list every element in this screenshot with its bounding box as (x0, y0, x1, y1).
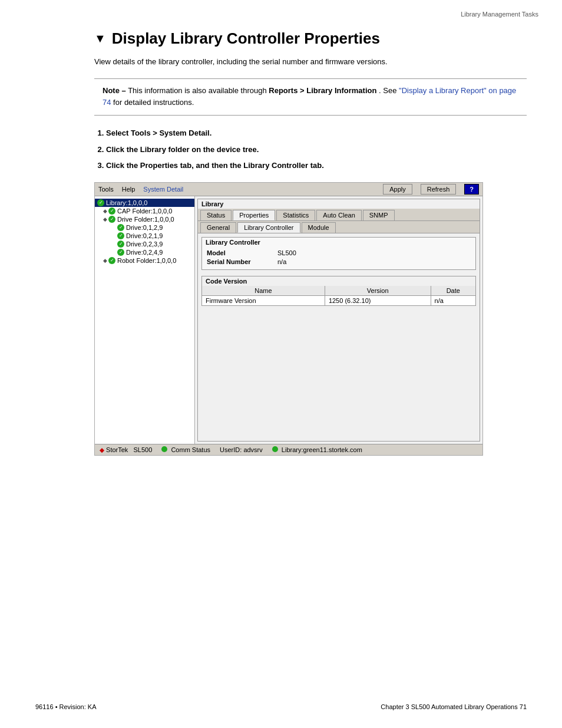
panel-group: Library Status Properties Statistics Aut… (197, 199, 480, 442)
col-date: Date (431, 286, 475, 296)
tree-item-drive4[interactable]: Drive:0,2,4,9 (95, 248, 194, 256)
brand-label: StorTek (106, 446, 128, 453)
library-label: Library:green11.stortek.com (282, 446, 362, 453)
comm-label: Comm Status (171, 446, 210, 453)
footer-right: Chapter 3 SL500 Automated Library Operat… (381, 703, 527, 710)
steps-list: Select Tools > System Detail. Click the … (94, 127, 527, 172)
library-controller-title: Library Controller (202, 238, 475, 247)
status-icon-drive3 (117, 241, 124, 248)
col-name: Name (202, 286, 325, 296)
app-statusbar: ◆ StorTek SL500 Comm Status UserID: advs… (95, 444, 482, 455)
serial-value: n/a (277, 258, 286, 265)
comm-green-icon (161, 446, 167, 452)
section-description: View details of the library controller, … (94, 56, 527, 68)
expand-drive-folder: ◆ (103, 216, 107, 222)
section-title-row: ▼ Display Library Controller Properties (94, 29, 527, 48)
apply-button[interactable]: Apply (383, 184, 412, 195)
tree-item-drive-folder[interactable]: ◆ Drive Folder:1,0,0,0 (95, 215, 194, 223)
content-area: ▼ Display Library Controller Properties … (0, 18, 562, 479)
expand-robot: ◆ (103, 258, 107, 263)
tree-label-drive1: Drive:0,1,2,9 (126, 224, 163, 231)
status-icon-library (97, 199, 104, 206)
code-version-table: Name Version Date Firmware Version (202, 286, 475, 305)
library-green-icon (272, 446, 278, 452)
model-label-status: SL500 (134, 446, 153, 453)
library-info: Library:green11.stortek.com (272, 446, 362, 453)
col-version: Version (325, 286, 431, 296)
app-window: Tools Help System Detail Apply Refresh ?… (94, 182, 483, 456)
status-icon-cap (108, 207, 115, 215)
tree-item-library[interactable]: Library:1,0,0,0 (95, 199, 194, 207)
model-value: SL500 (277, 249, 296, 256)
tree-label-drive3: Drive:0,2,3,9 (126, 241, 163, 248)
help-button[interactable]: ? (464, 184, 479, 195)
app-menubar: Tools Help System Detail Apply Refresh ? (95, 183, 482, 196)
cv-row-1: Firmware Version 1250 (6.32.10) n/a (202, 295, 475, 305)
sub-tab-row: General Library Controller Module (198, 221, 480, 233)
section-heading: Display Library Controller Properties (112, 29, 380, 48)
code-version-section: Code Version Name Version Date (201, 276, 476, 306)
status-icon-drive4 (117, 249, 124, 256)
tree-item-robot[interactable]: ◆ Robot Folder:1,0,0,0 (95, 256, 194, 265)
serial-label: Serial Number (207, 258, 277, 265)
page-footer: 96116 • Revision: KA Chapter 3 SL500 Aut… (0, 703, 562, 710)
status-icon-drive1 (117, 224, 124, 231)
menu-help[interactable]: Help (122, 186, 135, 193)
app-body: Library:1,0,0,0 ◆ CAP Folder:1,0,0,0 ◆ D… (95, 196, 482, 444)
tab-autoclean[interactable]: Auto Clean (316, 210, 361, 220)
status-icon-robot (108, 257, 115, 264)
note-box: Note – This information is also availabl… (94, 78, 527, 116)
tab-row: Status Properties Statistics Auto Clean … (198, 209, 480, 221)
expand-cap: ◆ (103, 208, 107, 214)
step-2: Click the Library folder on the device t… (106, 144, 527, 156)
status-brand: ◆ StorTek SL500 (100, 446, 152, 453)
cv-date: n/a (431, 295, 475, 305)
app-main: Library Status Properties Statistics Aut… (195, 196, 482, 444)
menu-system-detail[interactable]: System Detail (143, 186, 183, 193)
cv-name: Firmware Version (202, 295, 325, 305)
tree-label-cap: CAP Folder:1,0,0,0 (117, 207, 172, 215)
note-bold: Reports > Library Information (269, 86, 376, 95)
note-body: This information is also available throu… (128, 86, 269, 95)
serial-row: Serial Number n/a (207, 258, 471, 265)
menu-tools[interactable]: Tools (98, 186, 114, 193)
subtab-module[interactable]: Module (302, 222, 336, 233)
tree-label-library: Library:1,0,0,0 (106, 199, 147, 206)
library-controller-content: Model SL500 Serial Number n/a (202, 247, 475, 269)
tab-properties[interactable]: Properties (233, 210, 275, 220)
userid-label: UserID: advsrv (220, 446, 263, 453)
subtab-library-controller[interactable]: Library Controller (237, 222, 300, 233)
tab-statistics[interactable]: Statistics (276, 210, 315, 220)
code-version-title: Code Version (202, 276, 475, 286)
tab-status[interactable]: Status (200, 210, 232, 220)
status-icon-drive-folder (108, 216, 115, 223)
tree-item-drive3[interactable]: Drive:0,2,3,9 (95, 240, 194, 248)
cv-version: 1250 (6.32.10) (325, 295, 431, 305)
note-label: Note – (103, 86, 126, 95)
library-controller-section: Library Controller Model SL500 Serial Nu… (201, 237, 476, 270)
tab-snmp[interactable]: SNMP (363, 210, 395, 220)
tree-item-drive2[interactable]: Drive:0,2,1,9 (95, 232, 194, 240)
step-3: Click the Properties tab, and then the L… (106, 160, 527, 172)
tree-label-drive-folder: Drive Folder:1,0,0,0 (117, 216, 174, 223)
model-row: Model SL500 (207, 249, 471, 256)
brand-icon: ◆ (100, 447, 104, 453)
tree-label-drive4: Drive:0,2,4,9 (126, 249, 163, 256)
section-triangle-icon: ▼ (94, 32, 106, 45)
status-icon-drive2 (117, 232, 124, 239)
tree-label-robot: Robot Folder:1,0,0,0 (117, 257, 176, 264)
tree-item-drive1[interactable]: Drive:0,1,2,9 (95, 223, 194, 232)
panel-content: Library Controller Model SL500 Serial Nu… (198, 233, 480, 441)
note-link-suffix: for detailed instructions. (113, 98, 194, 107)
page-header: Library Management Tasks (0, 0, 562, 18)
step-1: Select Tools > System Detail. (106, 127, 527, 139)
footer-left: 96116 • Revision: KA (35, 703, 97, 710)
model-label: Model (207, 249, 277, 256)
tree-label-drive2: Drive:0,2,1,9 (126, 232, 163, 239)
subtab-general[interactable]: General (200, 222, 236, 233)
panel-title: Library (198, 199, 480, 209)
app-sidebar: Library:1,0,0,0 ◆ CAP Folder:1,0,0,0 ◆ D… (95, 196, 195, 444)
comm-status: Comm Status (161, 446, 210, 453)
refresh-button[interactable]: Refresh (421, 184, 457, 195)
tree-item-cap[interactable]: ◆ CAP Folder:1,0,0,0 (95, 207, 194, 215)
